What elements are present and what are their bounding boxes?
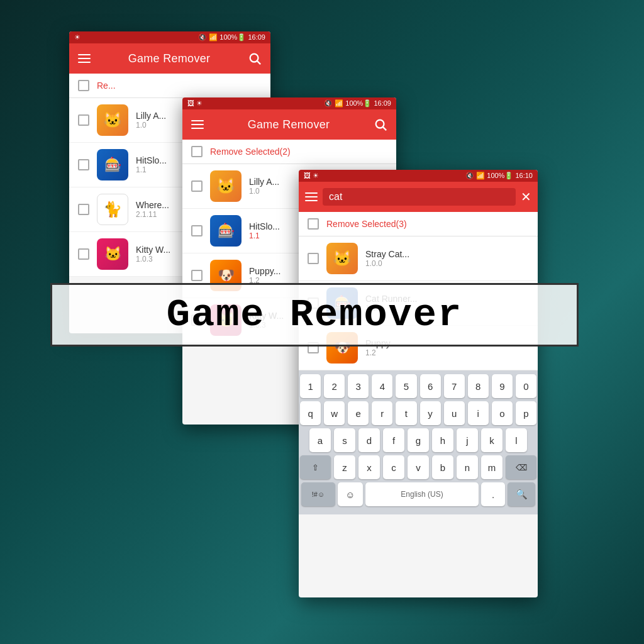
kb-key-k[interactable]: k <box>481 428 502 452</box>
kb-symbols-key[interactable]: !#☺ <box>301 482 335 506</box>
app-icon-hitslot-1: 🎰 <box>97 149 128 180</box>
kb-row-qwerty: q w e r t y u i o p <box>300 401 536 425</box>
status-left-1: ☀ <box>74 33 80 42</box>
app-icon-hitslot-2: 🎰 <box>210 215 242 247</box>
kb-key-u[interactable]: u <box>444 401 465 425</box>
cb-2-1[interactable] <box>191 180 203 192</box>
kb-key-9[interactable]: 9 <box>492 374 513 398</box>
app-version-3-3: 1.2 <box>365 348 529 357</box>
svg-point-2 <box>376 120 384 128</box>
select-all-cb-2[interactable] <box>191 146 203 157</box>
app-title-1: Game Remover <box>128 52 211 65</box>
list-header-2: Remove Selected(2) <box>182 140 396 164</box>
kb-key-1[interactable]: 1 <box>300 374 321 398</box>
kb-key-f[interactable]: f <box>383 428 404 452</box>
kb-key-5[interactable]: 5 <box>396 374 416 398</box>
kb-key-i[interactable]: i <box>468 401 489 425</box>
kb-key-t[interactable]: t <box>396 401 416 425</box>
cb-1-2[interactable] <box>78 159 89 170</box>
close-icon-3[interactable]: ✕ <box>521 189 531 204</box>
menu-icon-1[interactable] <box>78 54 91 63</box>
kb-row-bottom: !#☺ ☺ English (US) . 🔍 <box>300 482 536 506</box>
status-bar-3: 🖼 ☀ 🔇 📶 100%🔋 16:10 <box>299 170 538 182</box>
app-icon-kitty-1: 🐱 <box>97 238 128 270</box>
status-right-3: 🔇 📶 100%🔋 16:10 <box>465 172 533 180</box>
kb-row-zxcv: ⇧ z x c v b n m ⌫ <box>300 455 536 479</box>
kb-key-m[interactable]: m <box>481 455 502 479</box>
status-left-2: 🖼 ☀ <box>187 99 203 108</box>
kb-key-r[interactable]: r <box>372 401 392 425</box>
kb-key-a[interactable]: a <box>309 428 331 452</box>
kb-key-8[interactable]: 8 <box>468 374 489 398</box>
app-version-3-1: 1.0.0 <box>365 259 529 268</box>
kb-key-g[interactable]: g <box>408 428 429 452</box>
kb-key-v[interactable]: v <box>408 455 429 479</box>
kb-key-h[interactable]: h <box>432 428 453 452</box>
cb-1-4[interactable] <box>78 248 89 260</box>
kb-key-4[interactable]: 4 <box>372 374 392 398</box>
kb-key-p[interactable]: p <box>516 401 536 425</box>
svg-point-0 <box>250 54 258 62</box>
kb-key-3[interactable]: 3 <box>348 374 369 398</box>
kb-key-s[interactable]: s <box>334 428 355 452</box>
list-header-3: Remove Selected(3) <box>299 212 538 236</box>
kb-key-b[interactable]: b <box>432 455 453 479</box>
cb-3-1[interactable] <box>308 253 319 264</box>
kb-search-key[interactable]: 🔍 <box>508 482 535 506</box>
app-info-3-1: Stray Cat... 1.0.0 <box>365 249 529 268</box>
kb-key-0[interactable]: 0 <box>516 374 536 398</box>
keyboard: 1 2 3 4 5 6 7 8 9 0 q w e r t y u i o p … <box>299 370 538 514</box>
svg-line-1 <box>257 61 260 64</box>
kb-key-j[interactable]: j <box>457 428 478 452</box>
cb-1-3[interactable] <box>78 204 89 215</box>
kb-key-n[interactable]: n <box>457 455 478 479</box>
status-right-2: 🔇 📶 100%🔋 16:09 <box>324 99 391 108</box>
kb-row-asdf: a s d f g h j k l <box>300 428 536 452</box>
status-bar-2: 🖼 ☀ 🔇 📶 100%🔋 16:09 <box>182 97 396 109</box>
kb-key-6[interactable]: 6 <box>420 374 441 398</box>
app-icon-3-1: 🐱 <box>326 243 358 274</box>
kb-space-key[interactable]: English (US) <box>365 482 479 506</box>
overlay-title: Game Remover <box>50 283 579 347</box>
kb-period-key[interactable]: . <box>481 482 505 506</box>
search-icon-2[interactable] <box>374 118 387 131</box>
kb-key-o[interactable]: o <box>492 401 513 425</box>
kb-row-numbers: 1 2 3 4 5 6 7 8 9 0 <box>300 374 536 398</box>
kb-backspace-key[interactable]: ⌫ <box>506 455 536 479</box>
kb-key-c[interactable]: c <box>383 455 404 479</box>
app-title-2: Game Remover <box>248 118 330 131</box>
app-icon-lilly-1: 🐱 <box>97 104 128 136</box>
status-bar-1: ☀ 🔇 📶 100%🔋 16:09 <box>69 31 270 43</box>
kb-key-2[interactable]: 2 <box>324 374 345 398</box>
list-item-3-1: 🐱 Stray Cat... 1.0.0 <box>299 236 538 281</box>
cb-1-1[interactable] <box>78 114 89 126</box>
search-bar-3[interactable] <box>323 188 516 206</box>
kb-emoji-key[interactable]: ☺ <box>338 482 363 506</box>
kb-key-q[interactable]: q <box>300 401 321 425</box>
search-input-3[interactable] <box>329 191 509 203</box>
kb-key-l[interactable]: l <box>506 428 527 452</box>
status-left-3: 🖼 ☀ <box>304 172 319 180</box>
screen3: 🖼 ☀ 🔇 📶 100%🔋 16:10 ✕ Remove Selected(3)… <box>299 170 538 597</box>
kb-key-e[interactable]: e <box>348 401 369 425</box>
remove-selected-label-2[interactable]: Remove Selected(2) <box>210 147 291 157</box>
kb-shift-key[interactable]: ⇧ <box>300 455 331 479</box>
app-name-3-1: Stray Cat... <box>365 249 529 259</box>
kb-key-z[interactable]: z <box>334 455 355 479</box>
select-all-cb-1[interactable] <box>78 80 89 91</box>
kb-key-w[interactable]: w <box>324 401 345 425</box>
cb-2-2[interactable] <box>191 225 203 236</box>
select-all-cb-3[interactable] <box>308 218 319 230</box>
search-icon-1[interactable] <box>248 52 262 65</box>
remove-selected-label-1: Re... <box>97 80 116 91</box>
menu-icon-3[interactable] <box>305 192 318 201</box>
cb-2-3[interactable] <box>191 270 203 281</box>
kb-key-7[interactable]: 7 <box>444 374 465 398</box>
remove-selected-label-3[interactable]: Remove Selected(3) <box>326 219 407 229</box>
kb-key-d[interactable]: d <box>358 428 380 452</box>
app-icon-where-1: 🐈 <box>97 194 128 225</box>
menu-icon-2[interactable] <box>191 120 204 129</box>
kb-key-y[interactable]: y <box>420 401 441 425</box>
kb-key-x[interactable]: x <box>358 455 380 479</box>
app-icon-lilly-2: 🐱 <box>210 170 242 202</box>
